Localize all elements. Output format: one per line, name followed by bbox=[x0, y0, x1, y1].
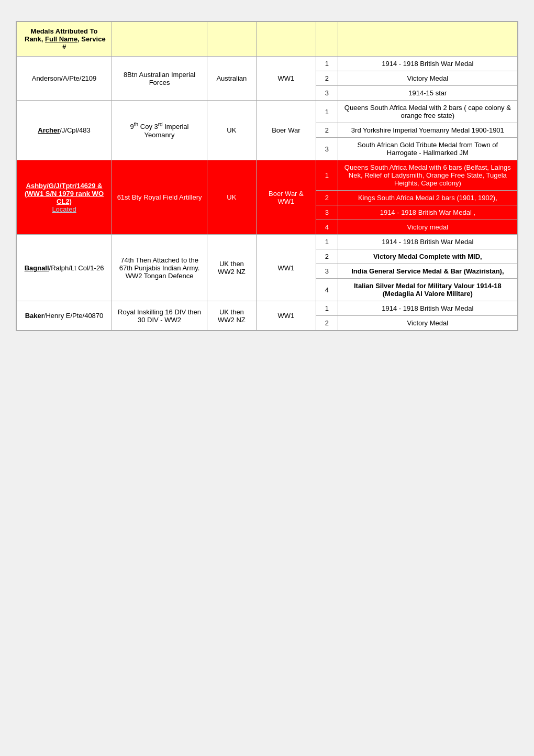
cell-medal-ashby-2: Kings South Africa Medal 2 bars (1901, 1… bbox=[338, 191, 517, 205]
cell-num-bagnall-2: 2 bbox=[316, 249, 338, 264]
cell-attr-ashby: Ashby/G/J/Tptr/14629 & (WW1 S/N 1979 ran… bbox=[17, 160, 112, 235]
cell-num-ashby-4: 4 bbox=[316, 220, 338, 235]
cell-medal-ashby-4: Victory medal bbox=[338, 220, 517, 235]
header-num bbox=[316, 22, 338, 57]
cell-num-bagnall-4: 4 bbox=[316, 279, 338, 301]
header-period bbox=[256, 22, 316, 57]
cell-military-bagnall: 74th Then Attached to the 67th Punjabis … bbox=[112, 235, 207, 301]
cell-military-anderson: 8Btn Australian Imperial Forces bbox=[112, 57, 207, 101]
cell-attr-bagnall: Bagnall/Ralph/Lt Col/1-26 bbox=[17, 235, 112, 301]
cell-medal-bagnall-2: Victory Medal Complete with MID, bbox=[338, 249, 517, 264]
cell-medal-bagnall-1: 1914 - 1918 British War Medal bbox=[338, 235, 517, 249]
cell-period-ashby: Boer War & WW1 bbox=[256, 160, 316, 235]
cell-medal-bagnall-3: India General Service Medal & Bar (Wazir… bbox=[338, 264, 517, 279]
header-row: Medals Attributed To Rank, Full Name, Se… bbox=[17, 22, 518, 57]
cell-country-archer: UK bbox=[207, 101, 257, 160]
cell-num-archer-3: 3 bbox=[316, 138, 338, 160]
cell-period-baker: WW1 bbox=[256, 301, 316, 331]
cell-num-ashby-2: 2 bbox=[316, 191, 338, 205]
header-medals-attr: Medals Attributed To Rank, Full Name, Se… bbox=[17, 22, 112, 57]
cell-num-baker-1: 1 bbox=[316, 301, 338, 316]
cell-medal-archer-3: South African Gold Tribute Medal from To… bbox=[338, 138, 517, 160]
cell-attr-archer: Archer/J/Cpl/483 bbox=[17, 101, 112, 160]
header-medal-name bbox=[338, 22, 517, 57]
cell-medal-anderson-2: Victory Medal bbox=[338, 71, 517, 86]
cell-num-bagnall-3: 3 bbox=[316, 264, 338, 279]
cell-attr-baker: Baker/Henry E/Pte/40870 bbox=[17, 301, 112, 331]
cell-medal-ashby-1: Queens South Africa Medal with 6 bars (B… bbox=[338, 160, 517, 191]
main-table-wrapper: Medals Attributed To Rank, Full Name, Se… bbox=[16, 21, 518, 331]
cell-num-baker-2: 2 bbox=[316, 316, 338, 331]
cell-medal-baker-1: 1914 - 1918 British War Medal bbox=[338, 301, 517, 316]
cell-period-anderson: WW1 bbox=[256, 57, 316, 101]
table-body: Anderson/A/Pte/21098Btn Australian Imper… bbox=[17, 57, 518, 331]
cell-medal-anderson-3: 1914-15 star bbox=[338, 86, 517, 101]
cell-attr-anderson: Anderson/A/Pte/2109 bbox=[17, 57, 112, 101]
cell-country-bagnall: UK then WW2 NZ bbox=[207, 235, 257, 301]
header-country bbox=[207, 22, 257, 57]
cell-period-archer: Boer War bbox=[256, 101, 316, 160]
cell-country-baker: UK then WW2 NZ bbox=[207, 301, 257, 331]
cell-num-bagnall-1: 1 bbox=[316, 235, 338, 249]
cell-military-baker: Royal Inskilling 16 DIV then 30 DIV - WW… bbox=[112, 301, 207, 331]
cell-medal-archer-2: 3rd Yorkshire Imperial Yoemanry Medal 19… bbox=[338, 123, 517, 138]
header-military bbox=[112, 22, 207, 57]
cell-medal-baker-2: Victory Medal bbox=[338, 316, 517, 331]
cell-medal-anderson-1: 1914 - 1918 British War Medal bbox=[338, 57, 517, 71]
cell-num-anderson-3: 3 bbox=[316, 86, 338, 101]
cell-num-anderson-1: 1 bbox=[316, 57, 338, 71]
cell-num-ashby-3: 3 bbox=[316, 205, 338, 220]
cell-medal-archer-1: Queens South Africa Medal with 2 bars ( … bbox=[338, 101, 517, 123]
cell-country-anderson: Australian bbox=[207, 57, 257, 101]
cell-medal-ashby-3: 1914 - 1918 British War Medal , bbox=[338, 205, 517, 220]
cell-country-ashby: UK bbox=[207, 160, 257, 235]
cell-military-archer: 9th Coy 3rd Imperial Yeomanry bbox=[112, 101, 207, 160]
cell-num-ashby-1: 1 bbox=[316, 160, 338, 191]
medals-table: Medals Attributed To Rank, Full Name, Se… bbox=[16, 21, 518, 331]
cell-num-archer-2: 2 bbox=[316, 123, 338, 138]
cell-num-anderson-2: 2 bbox=[316, 71, 338, 86]
cell-num-archer-1: 1 bbox=[316, 101, 338, 123]
cell-military-ashby: 61st Bty Royal Field Artillery bbox=[112, 160, 207, 235]
cell-medal-bagnall-4: Italian Silver Medal for Military Valour… bbox=[338, 279, 517, 301]
cell-period-bagnall: WW1 bbox=[256, 235, 316, 301]
